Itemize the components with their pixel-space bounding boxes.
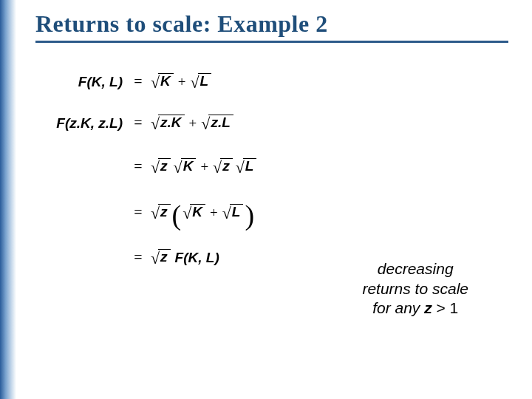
conclusion-note: decreasing returns to scale for any z > … bbox=[362, 259, 468, 318]
sqrt-L-3: √L bbox=[236, 158, 257, 174]
sqrt-zK: √z.K bbox=[151, 115, 185, 131]
eq-4: = bbox=[126, 205, 151, 219]
math-row-2: F(z.K, z.L) = √z.K + √z.L bbox=[35, 102, 510, 143]
sqrt-K-4: √K bbox=[183, 204, 205, 220]
sqrt-K-3: √K bbox=[174, 158, 197, 174]
left-gradient-bar bbox=[0, 0, 16, 399]
eq-3: = bbox=[126, 159, 151, 174]
sqrt-L-4: √L bbox=[222, 204, 244, 220]
conclusion-line-2: returns to scale bbox=[362, 279, 468, 299]
rhs-5: √z F(K, L) bbox=[151, 249, 219, 265]
math-derivation: F(K, L) = √K + √L F(z.K, z.L) = √z.K + √… bbox=[35, 61, 510, 279]
conclusion-line-1: decreasing bbox=[362, 259, 468, 279]
eq-2: = bbox=[126, 115, 151, 130]
rhs-4: √z ( √K + √L ) bbox=[151, 201, 256, 223]
lhs-1: F(K, L) bbox=[35, 75, 126, 89]
rhs-1: √K + √L bbox=[151, 73, 211, 89]
math-row-1: F(K, L) = √K + √L bbox=[35, 61, 510, 102]
sqrt-z-5: √z bbox=[151, 249, 171, 265]
eq-5: = bbox=[126, 250, 151, 265]
F-KL: F(K, L) bbox=[175, 250, 219, 265]
rhs-3: √z √K + √z √L bbox=[151, 158, 256, 174]
sqrt-z-4: √z bbox=[151, 204, 171, 220]
title-underline bbox=[35, 41, 508, 43]
plus-2: + bbox=[189, 116, 197, 130]
sqrt-L: √L bbox=[191, 73, 212, 89]
plus-1: + bbox=[178, 75, 186, 89]
math-row-4: = √z ( √K + √L ) bbox=[35, 189, 510, 235]
eq-1: = bbox=[126, 74, 151, 89]
sqrt-z-1: √z bbox=[151, 158, 171, 174]
math-row-3: = √z √K + √z √L bbox=[35, 143, 510, 189]
slide-title: Returns to scale: Example 2 bbox=[35, 10, 510, 41]
plus-4: + bbox=[210, 205, 218, 219]
conclusion-line-3: for any z > 1 bbox=[362, 299, 468, 318]
sqrt-zL: √z.L bbox=[201, 115, 233, 131]
lhs-2: F(z.K, z.L) bbox=[35, 116, 126, 130]
rhs-2: √z.K + √z.L bbox=[151, 115, 233, 131]
plus-3: + bbox=[200, 160, 208, 174]
sqrt-K: √K bbox=[151, 73, 174, 89]
sqrt-z-2: √z bbox=[213, 158, 233, 174]
lparen: ( bbox=[172, 204, 182, 226]
rparen: ) bbox=[245, 204, 254, 226]
slide-body: Returns to scale: Example 2 F(K, L) = √K… bbox=[16, 0, 532, 399]
